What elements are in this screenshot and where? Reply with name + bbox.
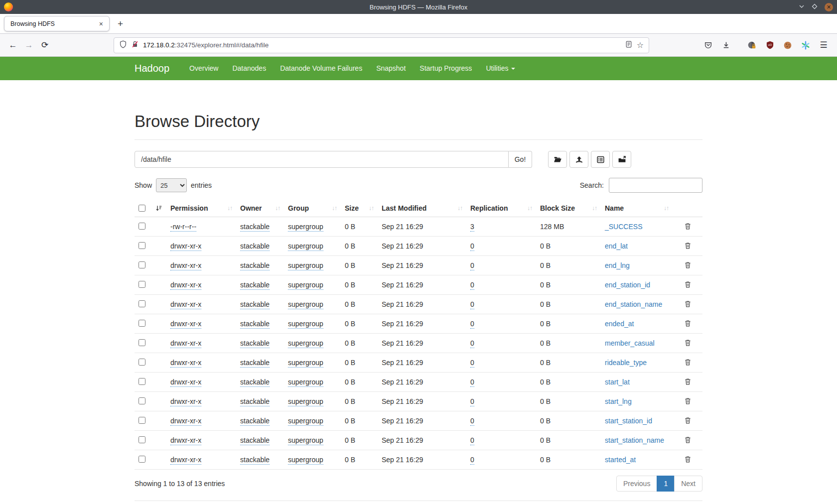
directory-path-input[interactable] <box>135 151 509 168</box>
header-permission[interactable]: Permission↓↑ <box>166 200 236 217</box>
replication-value[interactable]: 0 <box>470 339 474 348</box>
header-block-size[interactable]: Block Size↓↑ <box>536 200 601 217</box>
group-value[interactable]: supergroup <box>288 436 323 445</box>
file-name-link[interactable]: start_station_id <box>605 417 652 425</box>
file-name-link[interactable]: end_lng <box>605 261 630 269</box>
header-size[interactable]: Size↓↑ <box>341 200 378 217</box>
delete-button[interactable] <box>684 261 692 269</box>
delete-button[interactable] <box>684 319 692 327</box>
sparkle-extension-icon[interactable] <box>798 38 813 53</box>
header-select-all[interactable] <box>135 200 166 217</box>
permission-value[interactable]: drwxr-xr-x <box>170 300 201 309</box>
owner-value[interactable]: stackable <box>240 242 270 251</box>
owner-value[interactable]: stackable <box>240 300 270 309</box>
file-name-link[interactable]: end_station_name <box>605 300 662 308</box>
owner-value[interactable]: stackable <box>240 320 270 329</box>
hadoop-brand[interactable]: Hadoop <box>135 63 169 74</box>
group-value[interactable]: supergroup <box>288 261 323 270</box>
permission-value[interactable]: drwxr-xr-x <box>170 359 201 368</box>
file-name-link[interactable]: end_lat <box>605 242 628 250</box>
permission-value[interactable]: drwxr-xr-x <box>170 242 201 251</box>
group-value[interactable]: supergroup <box>288 320 323 329</box>
row-checkbox[interactable] <box>139 223 145 230</box>
file-name-link[interactable]: ended_at <box>605 320 634 328</box>
privacy-extension-icon[interactable] <box>744 38 759 53</box>
bookmark-star-icon[interactable]: ☆ <box>637 40 644 50</box>
delete-button[interactable] <box>684 339 692 347</box>
group-value[interactable]: supergroup <box>288 417 323 426</box>
new-tab-button[interactable]: + <box>118 18 123 29</box>
delete-button[interactable] <box>684 358 692 366</box>
file-name-link[interactable]: start_lat <box>605 378 630 386</box>
file-name-link[interactable]: end_station_id <box>605 281 650 289</box>
header-last-modified[interactable]: Last Modified↓↑ <box>378 200 466 217</box>
owner-value[interactable]: stackable <box>240 223 270 232</box>
delete-button[interactable] <box>684 222 692 230</box>
group-value[interactable]: supergroup <box>288 456 323 465</box>
nav-item-overview[interactable]: Overview <box>182 57 225 80</box>
owner-value[interactable]: stackable <box>240 281 270 290</box>
owner-value[interactable]: stackable <box>240 436 270 445</box>
current-page-button[interactable]: 1 <box>657 476 675 492</box>
file-name-link[interactable]: member_casual <box>605 339 655 347</box>
permission-value[interactable]: drwxr-xr-x <box>170 378 201 387</box>
header-name[interactable]: Name↓↑ <box>601 200 673 217</box>
delete-button[interactable] <box>684 397 692 405</box>
select-all-checkbox[interactable] <box>139 205 145 212</box>
group-value[interactable]: supergroup <box>288 223 323 232</box>
owner-value[interactable]: stackable <box>240 417 270 426</box>
tab-close-icon[interactable]: × <box>99 20 103 28</box>
delete-button[interactable] <box>684 280 692 288</box>
permission-value[interactable]: drwxr-xr-x <box>170 397 201 406</box>
permission-value[interactable]: drwxr-xr-x <box>170 339 201 348</box>
forward-button[interactable]: → <box>21 37 37 53</box>
group-value[interactable]: supergroup <box>288 242 323 251</box>
permission-value[interactable]: drwxr-xr-x <box>170 456 201 465</box>
replication-value[interactable]: 0 <box>470 242 474 251</box>
minimize-icon[interactable] <box>799 3 805 10</box>
page-size-select[interactable]: 25 <box>156 178 187 192</box>
owner-value[interactable]: stackable <box>240 359 270 368</box>
replication-value[interactable]: 0 <box>470 397 474 406</box>
cut-paste-button[interactable] <box>591 151 610 168</box>
replication-value[interactable]: 0 <box>470 456 474 465</box>
previous-page-button[interactable]: Previous <box>616 476 657 492</box>
delete-button[interactable] <box>684 436 692 444</box>
insecure-lock-icon[interactable] <box>131 40 139 50</box>
replication-value[interactable]: 0 <box>470 378 474 387</box>
owner-value[interactable]: stackable <box>240 456 270 465</box>
owner-value[interactable]: stackable <box>240 397 270 406</box>
permission-value[interactable]: drwxr-xr-x <box>170 417 201 426</box>
group-value[interactable]: supergroup <box>288 359 323 368</box>
browser-tab[interactable]: Browsing HDFS × <box>4 16 110 31</box>
file-name-link[interactable]: _SUCCESS <box>605 223 642 231</box>
file-name-link[interactable]: rideable_type <box>605 359 647 367</box>
row-checkbox[interactable] <box>139 378 145 385</box>
nav-item-utilities[interactable]: Utilities <box>479 57 522 80</box>
nav-item-snapshot[interactable]: Snapshot <box>369 57 413 80</box>
replication-value[interactable]: 0 <box>470 281 474 290</box>
row-checkbox[interactable] <box>139 436 145 443</box>
delete-button[interactable] <box>684 416 692 424</box>
row-checkbox[interactable] <box>139 261 145 268</box>
row-checkbox[interactable] <box>139 281 145 288</box>
back-button[interactable]: ← <box>5 37 21 53</box>
file-name-link[interactable]: started_at <box>605 456 636 464</box>
replication-value[interactable]: 0 <box>470 261 474 270</box>
header-replication[interactable]: Replication↓↑ <box>466 200 536 217</box>
replication-value[interactable]: 0 <box>470 320 474 329</box>
row-checkbox[interactable] <box>139 339 145 346</box>
group-value[interactable]: supergroup <box>288 339 323 348</box>
nav-item-startup-progress[interactable]: Startup Progress <box>413 57 479 80</box>
header-owner[interactable]: Owner↓↑ <box>236 200 284 217</box>
replication-value[interactable]: 3 <box>470 223 474 232</box>
nav-item-datanodes[interactable]: Datanodes <box>225 57 273 80</box>
delete-button[interactable] <box>684 455 692 463</box>
permission-value[interactable]: -rw-r--r-- <box>170 223 196 232</box>
row-checkbox[interactable] <box>139 397 145 404</box>
row-checkbox[interactable] <box>139 242 145 249</box>
reader-mode-icon[interactable] <box>625 40 633 50</box>
next-page-button[interactable]: Next <box>674 476 702 492</box>
group-value[interactable]: supergroup <box>288 397 323 406</box>
group-value[interactable]: supergroup <box>288 300 323 309</box>
